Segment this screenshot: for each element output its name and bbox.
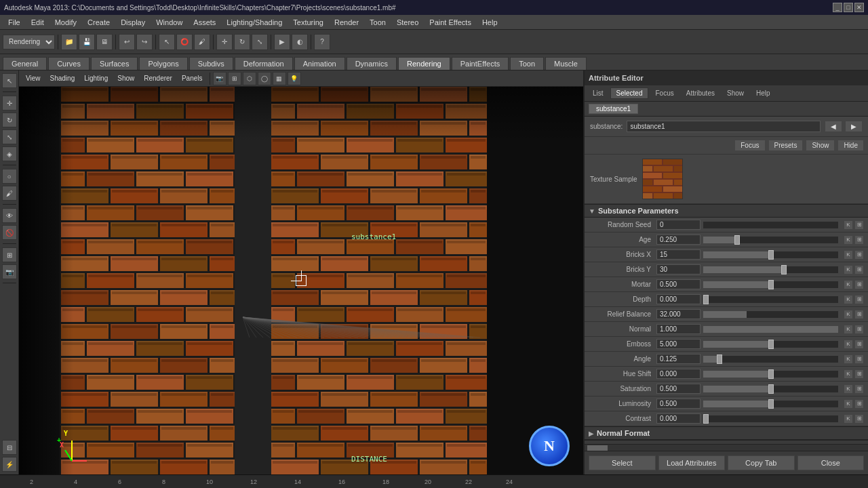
ae-select-button[interactable]: Select <box>589 455 656 470</box>
vp-menu-panels[interactable]: Panels <box>178 75 207 82</box>
param-input-relief-balance[interactable] <box>656 309 701 319</box>
ae-scroll-area[interactable]: ▼ Substance Parameters Random Seed K ⊞ A… <box>585 204 868 444</box>
param-slider-handle-contrast[interactable] <box>703 414 709 424</box>
lt-soft-btn[interactable]: ○ <box>2 169 17 184</box>
param-icon-grid-hue-shift[interactable]: ⊞ <box>854 369 864 379</box>
timeline[interactable]: 2 4 6 8 10 12 14 16 18 20 22 24 <box>0 474 868 488</box>
param-icon-grid-age[interactable]: ⊞ <box>854 235 864 245</box>
param-icon-key-angle[interactable]: K <box>844 354 853 364</box>
vt-texture-btn[interactable]: ▦ <box>273 72 286 85</box>
lt-hide-btn[interactable]: 🚫 <box>2 225 17 240</box>
param-icon-key-saturation[interactable]: K <box>844 384 853 394</box>
ae-scrollbar-thumb[interactable] <box>587 445 608 451</box>
menu-display[interactable]: Display <box>115 17 151 28</box>
menu-texturing[interactable]: Texturing <box>288 17 329 28</box>
param-input-bricks-y[interactable] <box>656 264 701 274</box>
toolbar-btn-scale[interactable]: ⤡ <box>252 34 268 50</box>
lt-select-btn[interactable]: ↖ <box>2 73 17 88</box>
toolbar-btn-help[interactable]: ? <box>314 34 330 50</box>
ae-show-button[interactable]: Show <box>806 140 835 151</box>
ae-tab-focus[interactable]: Focus <box>650 88 679 98</box>
param-slider-random-seed[interactable] <box>703 222 838 228</box>
param-slider-relief-balance[interactable] <box>703 311 838 318</box>
tab-deformation[interactable]: Deformation <box>235 57 293 70</box>
window-controls[interactable]: _ □ ✕ <box>833 3 864 12</box>
param-input-hue-shift[interactable] <box>656 369 701 379</box>
toolbar-btn-render[interactable]: ▶ <box>274 34 290 50</box>
tab-general[interactable]: General <box>3 57 47 70</box>
param-icon-key-depth[interactable]: K <box>844 295 853 304</box>
ae-tab-show[interactable]: Show <box>722 88 749 98</box>
maximize-button[interactable]: □ <box>844 3 853 12</box>
minimize-button[interactable]: _ <box>833 3 842 12</box>
param-slider-handle-depth[interactable] <box>703 295 709 304</box>
tab-muscle[interactable]: Muscle <box>545 57 587 70</box>
ae-presets-button[interactable]: Presets <box>768 140 804 151</box>
param-slider-age[interactable] <box>703 237 838 243</box>
param-input-luminosity[interactable] <box>656 399 701 409</box>
param-input-contrast[interactable] <box>656 413 701 424</box>
ae-tab-help[interactable]: Help <box>751 88 776 98</box>
timeline-ruler[interactable]: 2 4 6 8 10 12 14 16 18 20 22 24 <box>3 475 865 488</box>
toolbar-btn-4[interactable]: ↩ <box>119 34 135 50</box>
vt-grid-btn[interactable]: ⊞ <box>228 72 241 85</box>
param-icon-grid-saturation[interactable]: ⊞ <box>854 384 864 394</box>
param-icon-key-age[interactable]: K <box>844 235 853 245</box>
param-input-normal[interactable] <box>656 324 701 334</box>
param-slider-bricks-y[interactable] <box>703 266 838 273</box>
tab-painteffects[interactable]: PaintEffects <box>452 57 509 70</box>
tab-subdivs[interactable]: Subdivs <box>189 57 233 70</box>
vt-camera-btn[interactable]: 📷 <box>213 72 226 85</box>
param-slider-normal[interactable] <box>703 326 838 333</box>
param-input-mortar[interactable] <box>656 279 701 289</box>
menu-render[interactable]: Render <box>329 17 364 28</box>
param-input-saturation[interactable] <box>656 384 701 394</box>
ae-close-button[interactable]: Close <box>797 455 865 470</box>
ae-nav-right[interactable]: ▶ <box>845 121 863 132</box>
toolbar-btn-1[interactable]: 📁 <box>61 34 77 50</box>
lt-show-btn[interactable]: 👁 <box>2 208 17 223</box>
tab-curves[interactable]: Curves <box>48 57 90 70</box>
ae-substance-input[interactable] <box>627 121 821 132</box>
toolbar-btn-3[interactable]: 🖥 <box>96 34 113 50</box>
vp-menu-show[interactable]: Show <box>113 75 138 82</box>
vt-smooth-btn[interactable]: ◯ <box>258 72 271 85</box>
ae-hide-button[interactable]: Hide <box>837 140 864 151</box>
param-input-depth[interactable] <box>656 294 701 304</box>
menu-modify[interactable]: Modify <box>50 17 82 28</box>
toolbar-btn-2[interactable]: 💾 <box>79 34 95 50</box>
tab-polygons[interactable]: Polygons <box>139 57 187 70</box>
param-input-random-seed[interactable] <box>656 220 701 230</box>
ae-nav-left[interactable]: ◀ <box>825 121 842 132</box>
param-slider-angle[interactable] <box>703 356 838 363</box>
tab-rendering[interactable]: Rendering <box>398 57 450 70</box>
param-icon-grid-luminosity[interactable]: ⊞ <box>854 399 864 409</box>
ae-focus-button[interactable]: Focus <box>734 140 765 151</box>
lt-camera-btn[interactable]: 📷 <box>2 264 17 279</box>
vp-menu-shading[interactable]: Shading <box>46 75 79 82</box>
ae-horizontal-scrollbar[interactable] <box>585 444 868 451</box>
toolbar-btn-ipr[interactable]: ◐ <box>292 34 308 50</box>
param-slider-hue-shift[interactable] <box>703 371 838 378</box>
mode-dropdown[interactable]: Rendering <box>3 35 55 49</box>
tab-surfaces[interactable]: Surfaces <box>91 57 138 70</box>
param-slider-handle-luminosity[interactable] <box>768 399 774 409</box>
tab-animation[interactable]: Animation <box>294 57 345 70</box>
section-normal-format[interactable]: ▶ Normal Format <box>585 426 868 440</box>
param-icon-grid-bricks-x[interactable]: ⊞ <box>854 250 864 260</box>
param-icon-grid-emboss[interactable]: ⊞ <box>854 340 864 349</box>
param-slider-handle-angle[interactable] <box>717 354 722 364</box>
toolbar-btn-5[interactable]: ↪ <box>136 34 153 50</box>
close-button[interactable]: ✕ <box>854 3 864 12</box>
param-slider-saturation[interactable] <box>703 386 838 392</box>
param-icon-grid-depth[interactable]: ⊞ <box>854 295 864 304</box>
param-slider-handle-age[interactable] <box>734 235 740 245</box>
param-slider-mortar[interactable] <box>703 281 838 288</box>
ae-tab-attributes[interactable]: Attributes <box>681 88 720 98</box>
vp-menu-renderer[interactable]: Renderer <box>140 75 176 82</box>
ae-sub-tab-substance1[interactable]: substance1 <box>589 104 638 114</box>
param-icon-key-emboss[interactable]: K <box>844 340 853 349</box>
ae-tab-list[interactable]: List <box>587 88 609 98</box>
param-icon-key-random-seed[interactable]: K <box>844 220 853 230</box>
param-input-emboss[interactable] <box>656 339 701 349</box>
